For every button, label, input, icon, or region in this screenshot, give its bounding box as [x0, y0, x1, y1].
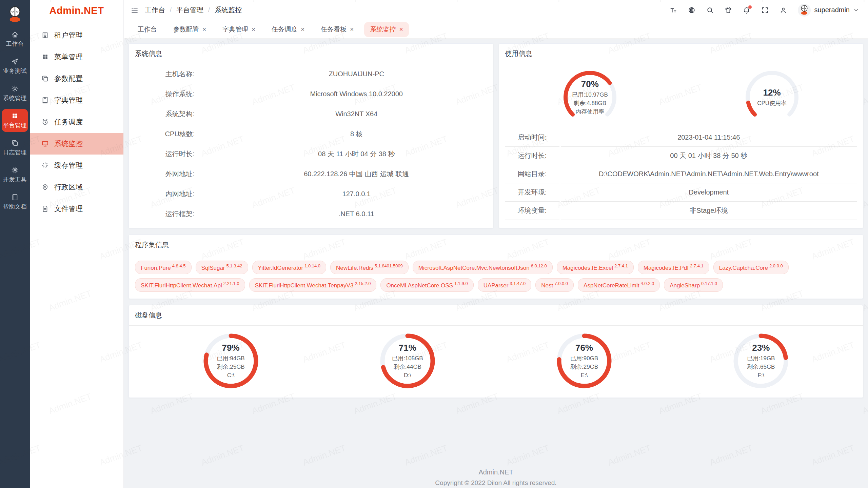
- rail-menu-item[interactable]: 业务测试: [2, 55, 28, 78]
- page-tab[interactable]: 参数配置 ×: [167, 22, 212, 37]
- rail-menu-item-label: 系统管理: [3, 94, 27, 102]
- row-label: 开发环境:: [505, 183, 559, 202]
- tab-close-icon[interactable]: ×: [252, 26, 255, 33]
- rail-menu-item[interactable]: 平台管理: [2, 109, 28, 132]
- sidebar-menu-item[interactable]: 菜单管理: [30, 46, 123, 68]
- rail-menu: 工作台 业务测试 系统管理 平台管理: [2, 28, 28, 218]
- assembly-tag[interactable]: Yitter.IdGenerator1.0.14.0: [252, 261, 327, 274]
- row-label: 外网地址:: [135, 164, 225, 184]
- avatar: [798, 4, 811, 17]
- tab-close-icon[interactable]: ×: [301, 26, 304, 33]
- breadcrumb: 工作台 / 平台管理 / 系统监控 /: [145, 5, 242, 15]
- assembly-tag[interactable]: Magicodes.IE.Excel2.7.4.1: [557, 261, 634, 274]
- assembly-name: Furion.Pure: [141, 265, 171, 271]
- fullscreen-icon[interactable]: [761, 6, 769, 14]
- theme-icon[interactable]: [725, 6, 732, 14]
- gauge-ring: [200, 330, 261, 391]
- assembly-tag[interactable]: OnceMi.AspNetCore.OSS1.1.9.0: [380, 278, 473, 292]
- file-icon: [41, 205, 49, 212]
- page-footer: Admin.NET Copyright © 2022 Dilon All rig…: [129, 468, 863, 487]
- rail-menu-item[interactable]: 开发工具: [2, 163, 28, 186]
- tab-close-icon[interactable]: ×: [399, 26, 403, 33]
- disk-info-card: 磁盘信息 79% 已用:94GB剩余:25GBC:\: [129, 305, 863, 398]
- card-title: 程序集信息: [129, 235, 863, 255]
- table-row: 外网地址: 60.222.128.26 中国 山西 运城 联通: [135, 164, 487, 184]
- assembly-info-card: 程序集信息 Furion.Pure4.8.4.5 SqlSugar5.1.3.4…: [129, 235, 863, 299]
- row-label: 操作系统:: [135, 84, 225, 104]
- globe-icon[interactable]: [688, 6, 695, 14]
- bell-icon[interactable]: [743, 6, 750, 14]
- table-row: 运行时长: 00 天 01 小时 38 分 50 秒: [505, 147, 857, 165]
- sidebar-menu-item[interactable]: 文件管理: [30, 198, 123, 220]
- rail-menu-item[interactable]: 系统管理: [2, 82, 28, 105]
- assembly-version: 0.17.1.0: [701, 281, 717, 286]
- assembly-tag[interactable]: Nest7.0.0.0: [535, 278, 574, 292]
- sidebar-menu-item[interactable]: 字典管理: [30, 89, 123, 111]
- row-label: CPU核数:: [135, 124, 225, 144]
- tab-close-icon[interactable]: ×: [202, 26, 206, 33]
- send-icon: [11, 58, 19, 65]
- assembly-tag[interactable]: Microsoft.AspNetCore.Mvc.NewtonsoftJson6…: [413, 261, 553, 274]
- sidebar-menu-item[interactable]: 系统监控: [30, 133, 123, 155]
- main-area: 工作台 / 平台管理 / 系统监控 /: [124, 0, 868, 488]
- assembly-tag[interactable]: AspNetCoreRateLimit4.0.2.0: [578, 278, 660, 292]
- disk-gauge: 23% 已用:19GB剩余:65GBF:\: [730, 330, 791, 391]
- page-tab[interactable]: 工作台 ×: [132, 22, 163, 37]
- assembly-name: SqlSugar: [201, 265, 225, 271]
- assembly-tag[interactable]: Furion.Pure4.8.4.5: [135, 261, 192, 274]
- disk-gauge: 76% 已用:90GB剩余:29GBE:\: [554, 330, 615, 391]
- rail-menu-item[interactable]: 工作台: [2, 28, 28, 50]
- gauge-arc: [559, 67, 620, 128]
- row-label: 环境变量:: [505, 202, 559, 220]
- table-row: 操作系统: Microsoft Windows 10.0.22000: [135, 84, 487, 104]
- sidebar-menu-item-label: 租户管理: [54, 30, 83, 40]
- sidebar-menu-item[interactable]: 任务调度: [30, 111, 123, 133]
- assembly-tag[interactable]: Lazy.Captcha.Core2.0.0.0: [713, 261, 789, 274]
- page-tab-label: 字典管理: [222, 25, 248, 34]
- copy-icon: [11, 139, 19, 147]
- page-tab[interactable]: 任务看板 ×: [315, 22, 359, 37]
- assembly-tag[interactable]: Magicodes.IE.Pdf2.7.4.1: [638, 261, 709, 274]
- page-tab[interactable]: 任务调度 ×: [266, 22, 310, 37]
- sidebar: Admin.NET 租户管理 菜单管理 参数配置: [30, 0, 124, 488]
- row-label: 运行时长:: [135, 144, 225, 164]
- user-icon[interactable]: [780, 6, 787, 14]
- row-label: 网站目录:: [505, 165, 559, 183]
- tab-close-icon[interactable]: ×: [350, 26, 354, 33]
- row-label: 系统架构:: [135, 104, 225, 124]
- font-size-icon[interactable]: [670, 6, 677, 14]
- assembly-tag[interactable]: UAParser3.1.47.0: [478, 278, 532, 292]
- breadcrumb-item[interactable]: 系统监控: [215, 5, 242, 15]
- sidebar-menu-item[interactable]: 行政区域: [30, 176, 123, 198]
- assembly-name: AngleSharp: [670, 282, 700, 289]
- assembly-tag[interactable]: AngleSharp0.17.1.0: [664, 278, 723, 292]
- home-icon: [11, 31, 19, 38]
- assembly-tag[interactable]: SKIT.FlurlHttpClient.Wechat.TenpayV32.15…: [249, 278, 377, 292]
- row-value: 08 天 11 小时 04 分 38 秒: [226, 144, 487, 164]
- username: superadmin: [814, 6, 850, 14]
- rail-menu-item[interactable]: 帮助文档: [2, 190, 28, 213]
- sidebar-menu-item[interactable]: 缓存管理: [30, 155, 123, 176]
- row-value: D:\CODEWORK\Admin.NET\Admin.NET\Admin.NE…: [561, 165, 857, 183]
- assembly-version: 5.1.3.42: [226, 263, 242, 268]
- page-tab[interactable]: 系统监控 ×: [364, 22, 409, 37]
- user-menu[interactable]: superadmin: [798, 4, 859, 17]
- assembly-version: 2.0.0.0: [769, 263, 783, 268]
- rail-menu-item-label: 开发工具: [3, 176, 27, 183]
- search-icon[interactable]: [706, 6, 714, 14]
- assembly-version: 2.21.1.0: [223, 281, 239, 286]
- rail-menu-item[interactable]: 日志管理: [2, 136, 28, 159]
- assembly-tag[interactable]: NewLife.Redis5.1.8401.5009: [330, 261, 409, 274]
- assembly-tag[interactable]: SqlSugar5.1.3.42: [196, 261, 248, 274]
- fold-menu-icon[interactable]: [131, 6, 139, 14]
- assembly-version: 4.0.2.0: [640, 281, 654, 286]
- table-row: 运行框架: .NET 6.0.11: [135, 204, 487, 224]
- sidebar-menu-item[interactable]: 租户管理: [30, 24, 123, 46]
- table-row: 主机名称: ZUOHUAIJUN-PC: [135, 64, 487, 84]
- app-logo-avatar[interactable]: [5, 4, 24, 23]
- sidebar-menu-item[interactable]: 参数配置: [30, 68, 123, 89]
- page-tab[interactable]: 字典管理 ×: [217, 22, 261, 37]
- breadcrumb-item[interactable]: 平台管理: [176, 5, 203, 15]
- breadcrumb-item[interactable]: 工作台: [145, 5, 165, 15]
- assembly-tag[interactable]: SKIT.FlurlHttpClient.Wechat.Api2.21.1.0: [135, 278, 245, 292]
